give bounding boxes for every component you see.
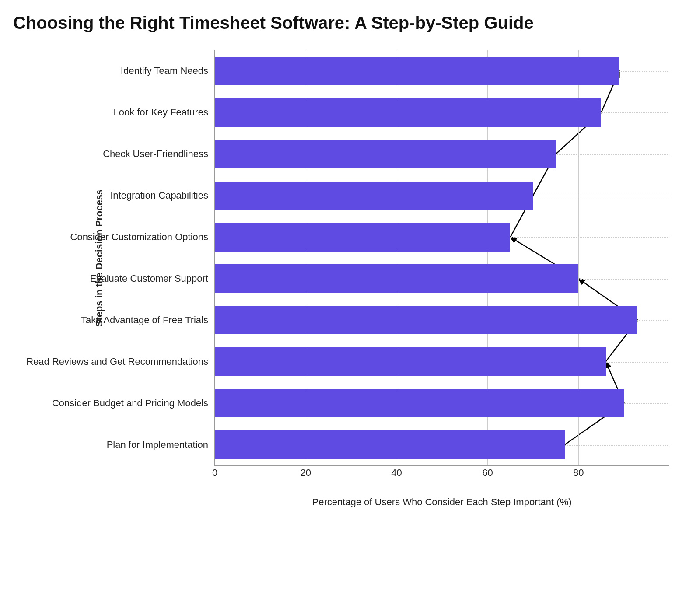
bar	[215, 57, 620, 85]
bar-guide-line	[578, 279, 669, 280]
plot-region: 020406080Identify Team NeedsLook for Key…	[214, 50, 669, 466]
category-label: Evaluate Customer Support	[90, 273, 208, 284]
x-tick-label: 80	[573, 467, 584, 479]
bar	[215, 347, 606, 376]
bar	[215, 98, 601, 127]
bar-guide-line	[601, 112, 669, 113]
category-label: Integration Capabilities	[110, 190, 208, 201]
x-tick-label: 60	[482, 467, 493, 479]
chart-area: Steps in the Decision Process 020406080I…	[214, 50, 669, 466]
bar	[215, 306, 637, 334]
category-label: Look for Key Features	[114, 107, 208, 118]
category-label: Take Advantage of Free Trials	[81, 314, 208, 326]
bar-guide-line	[556, 154, 669, 155]
x-tick-label: 20	[301, 467, 311, 479]
y-axis-label: Steps in the Decision Process	[94, 189, 105, 327]
bar-row: Integration Capabilities	[215, 182, 669, 210]
category-label: Check User-Friendliness	[103, 148, 208, 160]
bar-guide-line	[533, 196, 669, 196]
bar-row: Identify Team Needs	[215, 57, 669, 85]
bar-row: Consider Budget and Pricing Models	[215, 389, 669, 417]
x-axis-label: Percentage of Users Who Consider Each St…	[214, 496, 669, 508]
bar-guide-line	[624, 403, 669, 404]
category-label: Read Reviews and Get Recommendations	[26, 356, 208, 367]
bar	[215, 264, 578, 293]
bar-row: Look for Key Features	[215, 98, 669, 127]
x-tick-label: 40	[391, 467, 402, 479]
bar-guide-line	[637, 320, 669, 321]
bar-row: Take Advantage of Free Trials	[215, 306, 669, 334]
bar-guide-line	[565, 445, 669, 446]
bar	[215, 430, 565, 459]
bar	[215, 140, 556, 168]
bar-row: Read Reviews and Get Recommendations	[215, 347, 669, 376]
bar-guide-line	[620, 71, 669, 72]
bar	[215, 182, 533, 210]
bar-guide-line	[606, 362, 669, 363]
bar-row: Consider Customization Options	[215, 223, 669, 252]
bar-row: Plan for Implementation	[215, 430, 669, 459]
category-label: Consider Budget and Pricing Models	[52, 398, 208, 409]
category-label: Plan for Implementation	[107, 439, 208, 451]
bar-row: Check User-Friendliness	[215, 140, 669, 168]
bar	[215, 389, 624, 417]
bar-guide-line	[510, 237, 669, 238]
category-label: Consider Customization Options	[70, 231, 208, 243]
chart-title: Choosing the Right Timesheet Software: A…	[13, 13, 687, 33]
category-label: Identify Team Needs	[121, 65, 208, 77]
bar	[215, 223, 510, 252]
bar-row: Evaluate Customer Support	[215, 264, 669, 293]
x-tick-label: 0	[212, 467, 217, 479]
chart-container: Choosing the Right Timesheet Software: A…	[13, 13, 687, 508]
